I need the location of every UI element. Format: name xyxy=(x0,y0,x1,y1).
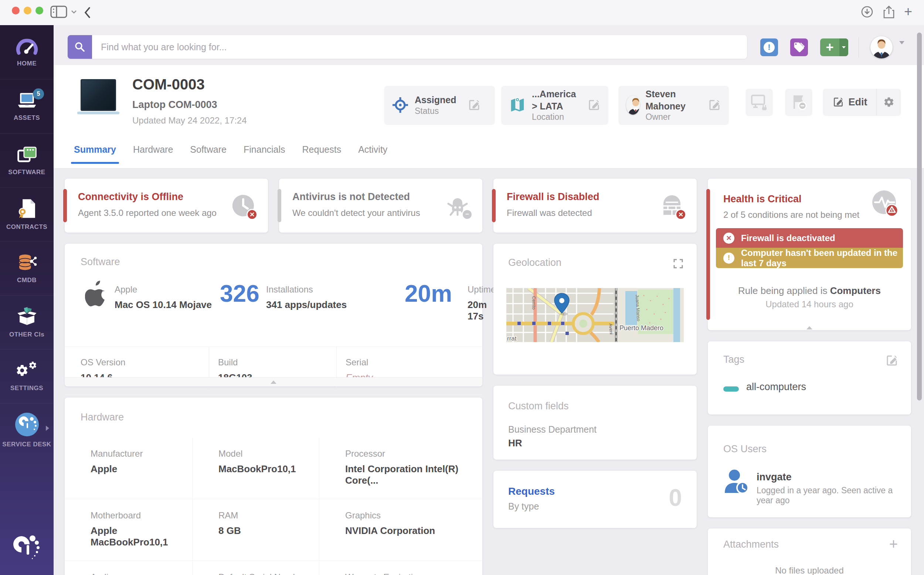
user-menu-caret-icon[interactable] xyxy=(899,44,904,51)
tab-requests[interactable]: Requests xyxy=(302,144,341,164)
maximize-window-button[interactable] xyxy=(35,7,43,14)
tab-overview-chevron-icon[interactable] xyxy=(71,10,77,14)
sidebar-item-assets[interactable]: 5 ASSETS xyxy=(0,79,54,133)
info-icon: ! xyxy=(764,42,775,53)
geolocation-card: Geolocation xyxy=(493,244,697,375)
map-district-label: Puerto Madero xyxy=(620,324,663,332)
hw-field-processor: ProcessorIntel Corporation Intel(R) Core… xyxy=(319,437,482,499)
sidebar-item-home[interactable]: HOME xyxy=(0,25,54,79)
hw-field-manufacturer: ManufacturerApple xyxy=(65,437,192,499)
expand-arrow-icon xyxy=(46,426,49,431)
user-avatar[interactable] xyxy=(870,36,892,59)
search-bar xyxy=(68,35,747,59)
health-condition-warning: ! Computer hasn't been updated in the la… xyxy=(716,248,903,268)
alert-severity-bar xyxy=(492,189,496,222)
global-search-row: ! + xyxy=(54,25,924,65)
scrollbar-thumb[interactable] xyxy=(917,33,922,400)
warning-circle-icon: ! xyxy=(723,253,734,264)
sidebar-label: CONTRACTS xyxy=(6,223,47,231)
sidebar-toggle-icon[interactable] xyxy=(50,5,67,19)
back-button[interactable] xyxy=(84,7,91,19)
requests-link[interactable]: Requests xyxy=(508,486,555,497)
gauge-icon xyxy=(16,37,38,56)
owner-avatar xyxy=(626,95,640,114)
hardware-card-title: Hardware xyxy=(81,411,124,423)
asset-updated: Updated May 24 2022, 17:24 xyxy=(132,115,247,126)
firewall-alert-card[interactable]: Firewall is Disabled Firewall was detect… xyxy=(493,179,697,233)
error-circle-icon: ✕ xyxy=(723,233,734,244)
search-button[interactable] xyxy=(68,35,92,59)
asset-subtitle: Laptop COM-0003 xyxy=(132,99,217,111)
tab-software[interactable]: Software xyxy=(190,144,227,164)
search-input[interactable] xyxy=(92,42,747,52)
service-desk-logo-icon xyxy=(15,413,39,436)
owner-label: Owner xyxy=(646,112,671,122)
tags-button[interactable] xyxy=(790,38,808,56)
requests-card: Requests By type 0 xyxy=(493,471,697,528)
attachments-card: Attachments + No files uploaded xyxy=(708,528,911,575)
sidebar-item-settings[interactable]: SETTINGS xyxy=(0,349,54,403)
asset-settings-button[interactable] xyxy=(876,89,901,115)
sidebar-item-cmdb[interactable]: CMDB xyxy=(0,241,54,295)
edit-tags-icon[interactable] xyxy=(885,354,899,367)
add-attachment-button[interactable]: + xyxy=(889,536,898,553)
software-card-title: Software xyxy=(81,256,120,268)
downloads-icon[interactable] xyxy=(861,5,874,19)
software-summary-card: Software Apple Mac OS 10.14 Mojave 326 I… xyxy=(65,244,482,386)
tag-label[interactable]: all-computers xyxy=(746,381,806,393)
add-dropdown-button[interactable] xyxy=(839,38,848,56)
sidebar-item-software[interactable]: SOFTWARE xyxy=(0,133,54,187)
remote-connect-button[interactable] xyxy=(746,89,772,115)
tab-financials[interactable]: Financials xyxy=(244,144,285,164)
expand-map-icon[interactable] xyxy=(673,259,683,269)
add-button[interactable]: + xyxy=(820,38,848,56)
report-flag-button[interactable] xyxy=(785,89,812,115)
share-icon[interactable] xyxy=(883,5,895,19)
assets-badge: 5 xyxy=(33,88,44,100)
edit-status-icon[interactable] xyxy=(468,98,481,112)
tags-title: Tags xyxy=(723,354,744,365)
connectivity-alert-card[interactable]: Connectivity is Offline Agent 3.5.0 repo… xyxy=(65,179,268,233)
sidebar-item-service-desk[interactable]: SERVICE DESK xyxy=(0,403,54,457)
health-pulse-icon xyxy=(870,189,899,218)
owner-chip: Steven Mahoney Owner xyxy=(619,86,729,124)
location-label: Location xyxy=(532,112,564,122)
requests-subtitle: By type xyxy=(508,501,539,512)
tab-hardware[interactable]: Hardware xyxy=(133,144,173,164)
health-condition-critical: ✕ Firewall is deactivated xyxy=(716,228,903,248)
new-tab-icon[interactable]: + xyxy=(904,4,912,20)
collapse-software-button[interactable] xyxy=(65,377,482,386)
custom-fields-card: Custom fields Business Department HR xyxy=(493,386,697,460)
hw-field-model: ModelMacBookPro10,1 xyxy=(192,437,319,499)
collapse-health-button[interactable] xyxy=(807,320,812,327)
sidebar-label: SOFTWARE xyxy=(8,168,45,176)
map[interactable]: Cerrito Juana Manso Puerto Madero rrat A… xyxy=(506,288,684,342)
minimize-window-button[interactable] xyxy=(24,7,32,14)
hw-field-ram: RAM8 GB xyxy=(192,499,319,561)
edit-button[interactable]: Edit xyxy=(823,89,876,115)
os-vendor-label: Apple xyxy=(114,284,137,295)
requests-count: 0 xyxy=(669,484,682,511)
edit-owner-icon[interactable] xyxy=(708,98,721,112)
sidebar-item-other-cis[interactable]: OTHER CIs xyxy=(0,295,54,349)
antivirus-alert-card[interactable]: Antivirus is not Detected We couldn't de… xyxy=(279,179,482,233)
summary-content: Connectivity is Offline Agent 3.5.0 repo… xyxy=(54,169,924,575)
custom-fields-title: Custom fields xyxy=(508,400,569,412)
sidebar-item-contracts[interactable]: CONTRACTS xyxy=(0,187,54,241)
main-area: ! + COM-0003 Laptop COM-000 xyxy=(54,25,924,575)
os-user-name: invgate xyxy=(757,472,792,483)
os-user-detail: Logged in a year ago. Seen active a year… xyxy=(757,486,911,505)
installations-label: Installations xyxy=(266,284,313,295)
uptime-value: 20m xyxy=(405,280,452,307)
edit-button-group: Edit xyxy=(823,89,901,115)
health-card: Health is Critical 2 of 5 conditions are… xyxy=(708,179,911,330)
edit-location-icon[interactable] xyxy=(587,98,601,112)
info-button[interactable]: ! xyxy=(760,38,778,56)
asset-id: COM-0003 xyxy=(132,76,205,93)
close-window-button[interactable] xyxy=(12,7,20,14)
gears-icon xyxy=(16,361,38,380)
alert-severity-bar xyxy=(63,189,67,222)
tab-summary[interactable]: Summary xyxy=(74,144,116,164)
tab-activity[interactable]: Activity xyxy=(358,144,387,164)
installations-count: 326 xyxy=(220,280,260,307)
